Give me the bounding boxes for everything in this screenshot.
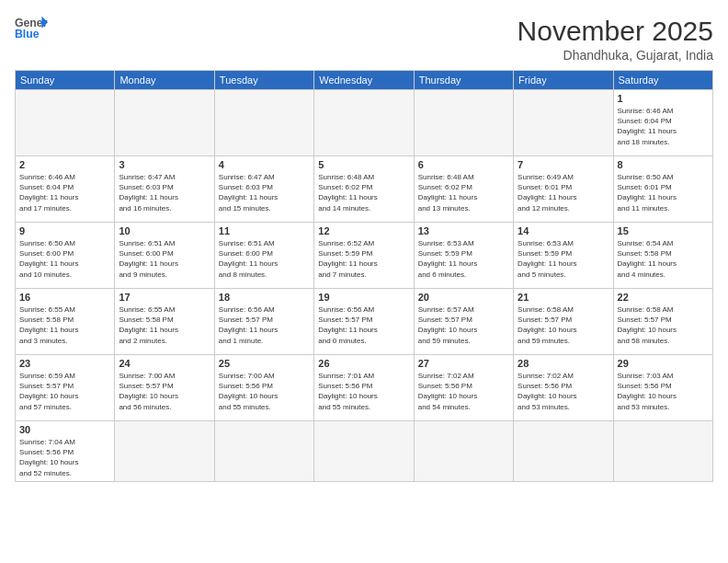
header-friday: Friday — [514, 71, 613, 90]
table-row: 2Sunrise: 6:46 AM Sunset: 6:04 PM Daylig… — [16, 156, 115, 223]
day-number: 11 — [219, 225, 310, 236]
header-saturday: Saturday — [613, 71, 712, 90]
day-info: Sunrise: 6:59 AM Sunset: 5:57 PM Dayligh… — [19, 371, 110, 412]
table-row: 1Sunrise: 6:46 AM Sunset: 6:04 PM Daylig… — [613, 90, 712, 156]
day-info: Sunrise: 7:02 AM Sunset: 5:56 PM Dayligh… — [518, 371, 609, 412]
table-row: 14Sunrise: 6:53 AM Sunset: 5:59 PM Dayli… — [514, 223, 613, 289]
table-row: 17Sunrise: 6:55 AM Sunset: 5:58 PM Dayli… — [115, 289, 214, 355]
table-row: 13Sunrise: 6:53 AM Sunset: 5:59 PM Dayli… — [414, 223, 513, 289]
table-row — [16, 90, 115, 156]
table-row: 27Sunrise: 7:02 AM Sunset: 5:56 PM Dayli… — [414, 355, 513, 421]
day-number: 1 — [618, 93, 709, 104]
table-row: 7Sunrise: 6:49 AM Sunset: 6:01 PM Daylig… — [514, 156, 613, 223]
day-info: Sunrise: 6:47 AM Sunset: 6:03 PM Dayligh… — [119, 172, 210, 213]
day-info: Sunrise: 6:50 AM Sunset: 6:00 PM Dayligh… — [19, 238, 110, 280]
day-number: 9 — [19, 225, 110, 236]
table-row — [314, 421, 414, 482]
day-number: 15 — [618, 225, 709, 236]
table-row: 20Sunrise: 6:57 AM Sunset: 5:57 PM Dayli… — [414, 289, 513, 355]
day-info: Sunrise: 6:46 AM Sunset: 6:04 PM Dayligh… — [618, 106, 709, 147]
header-monday: Monday — [115, 71, 214, 90]
day-info: Sunrise: 6:46 AM Sunset: 6:04 PM Dayligh… — [19, 172, 110, 213]
table-row — [414, 90, 513, 156]
table-row: 8Sunrise: 6:50 AM Sunset: 6:01 PM Daylig… — [613, 156, 712, 223]
table-row: 5Sunrise: 6:48 AM Sunset: 6:02 PM Daylig… — [314, 156, 414, 223]
day-number: 29 — [618, 358, 709, 369]
day-info: Sunrise: 7:00 AM Sunset: 5:57 PM Dayligh… — [119, 371, 210, 412]
header-sunday: Sunday — [16, 71, 115, 90]
table-row — [214, 90, 313, 156]
table-row: 23Sunrise: 6:59 AM Sunset: 5:57 PM Dayli… — [16, 355, 115, 421]
table-row: 15Sunrise: 6:54 AM Sunset: 5:58 PM Dayli… — [613, 223, 712, 289]
day-number: 16 — [19, 292, 110, 303]
day-number: 8 — [618, 159, 709, 170]
day-number: 22 — [618, 292, 709, 303]
day-info: Sunrise: 6:57 AM Sunset: 5:57 PM Dayligh… — [418, 304, 509, 346]
header-tuesday: Tuesday — [214, 71, 313, 90]
table-row: 22Sunrise: 6:58 AM Sunset: 5:57 PM Dayli… — [613, 289, 712, 355]
day-info: Sunrise: 6:51 AM Sunset: 6:00 PM Dayligh… — [119, 238, 210, 280]
day-number: 7 — [518, 159, 609, 170]
day-number: 2 — [19, 159, 110, 170]
page-header: General Blue November 2025 Dhandhuka, Gu… — [15, 15, 713, 63]
table-row — [115, 90, 214, 156]
day-number: 28 — [518, 358, 609, 369]
day-number: 10 — [119, 225, 210, 236]
day-number: 5 — [318, 159, 409, 170]
table-row — [115, 421, 214, 482]
day-info: Sunrise: 6:55 AM Sunset: 5:58 PM Dayligh… — [19, 304, 110, 346]
day-number: 25 — [219, 358, 310, 369]
day-number: 21 — [518, 292, 609, 303]
day-info: Sunrise: 6:55 AM Sunset: 5:58 PM Dayligh… — [119, 304, 210, 346]
table-row: 19Sunrise: 6:56 AM Sunset: 5:57 PM Dayli… — [314, 289, 414, 355]
table-row — [214, 421, 313, 482]
table-row: 16Sunrise: 6:55 AM Sunset: 5:58 PM Dayli… — [16, 289, 115, 355]
table-row: 4Sunrise: 6:47 AM Sunset: 6:03 PM Daylig… — [214, 156, 313, 223]
day-info: Sunrise: 6:47 AM Sunset: 6:03 PM Dayligh… — [219, 172, 310, 213]
table-row: 11Sunrise: 6:51 AM Sunset: 6:00 PM Dayli… — [214, 223, 313, 289]
table-row — [414, 421, 513, 482]
header-wednesday: Wednesday — [314, 71, 414, 90]
title-block: November 2025 Dhandhuka, Gujarat, India — [518, 15, 713, 63]
day-number: 23 — [19, 358, 110, 369]
day-info: Sunrise: 6:54 AM Sunset: 5:58 PM Dayligh… — [618, 238, 709, 280]
table-row: 24Sunrise: 7:00 AM Sunset: 5:57 PM Dayli… — [115, 355, 214, 421]
day-info: Sunrise: 6:53 AM Sunset: 5:59 PM Dayligh… — [418, 238, 509, 280]
day-number: 4 — [219, 159, 310, 170]
day-number: 13 — [418, 225, 509, 236]
table-row — [514, 421, 613, 482]
day-info: Sunrise: 6:56 AM Sunset: 5:57 PM Dayligh… — [318, 304, 409, 346]
day-info: Sunrise: 6:48 AM Sunset: 6:02 PM Dayligh… — [318, 172, 409, 213]
day-number: 12 — [318, 225, 409, 236]
day-number: 3 — [119, 159, 210, 170]
table-row: 9Sunrise: 6:50 AM Sunset: 6:00 PM Daylig… — [16, 223, 115, 289]
general-blue-logo-icon: General Blue — [15, 15, 48, 40]
table-row: 10Sunrise: 6:51 AM Sunset: 6:00 PM Dayli… — [115, 223, 214, 289]
day-info: Sunrise: 6:58 AM Sunset: 5:57 PM Dayligh… — [618, 304, 709, 346]
day-number: 27 — [418, 358, 509, 369]
day-info: Sunrise: 6:56 AM Sunset: 5:57 PM Dayligh… — [219, 304, 310, 346]
day-number: 30 — [19, 424, 110, 435]
day-number: 19 — [318, 292, 409, 303]
table-row: 3Sunrise: 6:47 AM Sunset: 6:03 PM Daylig… — [115, 156, 214, 223]
table-row: 29Sunrise: 7:03 AM Sunset: 5:56 PM Dayli… — [613, 355, 712, 421]
calendar-table: Sunday Monday Tuesday Wednesday Thursday… — [15, 70, 713, 482]
table-row: 21Sunrise: 6:58 AM Sunset: 5:57 PM Dayli… — [514, 289, 613, 355]
day-info: Sunrise: 6:51 AM Sunset: 6:00 PM Dayligh… — [219, 238, 310, 280]
day-number: 26 — [318, 358, 409, 369]
day-number: 24 — [119, 358, 210, 369]
day-info: Sunrise: 6:53 AM Sunset: 5:59 PM Dayligh… — [518, 238, 609, 280]
table-row: 28Sunrise: 7:02 AM Sunset: 5:56 PM Dayli… — [514, 355, 613, 421]
day-number: 17 — [119, 292, 210, 303]
day-info: Sunrise: 7:01 AM Sunset: 5:56 PM Dayligh… — [318, 371, 409, 412]
day-info: Sunrise: 6:58 AM Sunset: 5:57 PM Dayligh… — [518, 304, 609, 346]
table-row: 6Sunrise: 6:48 AM Sunset: 6:02 PM Daylig… — [414, 156, 513, 223]
day-info: Sunrise: 7:00 AM Sunset: 5:56 PM Dayligh… — [219, 371, 310, 412]
day-info: Sunrise: 6:50 AM Sunset: 6:01 PM Dayligh… — [618, 172, 709, 213]
day-info: Sunrise: 6:52 AM Sunset: 5:59 PM Dayligh… — [318, 238, 409, 280]
month-title: November 2025 — [518, 15, 713, 48]
table-row — [514, 90, 613, 156]
table-row — [613, 421, 712, 482]
table-row: 26Sunrise: 7:01 AM Sunset: 5:56 PM Dayli… — [314, 355, 414, 421]
day-info: Sunrise: 7:02 AM Sunset: 5:56 PM Dayligh… — [418, 371, 509, 412]
